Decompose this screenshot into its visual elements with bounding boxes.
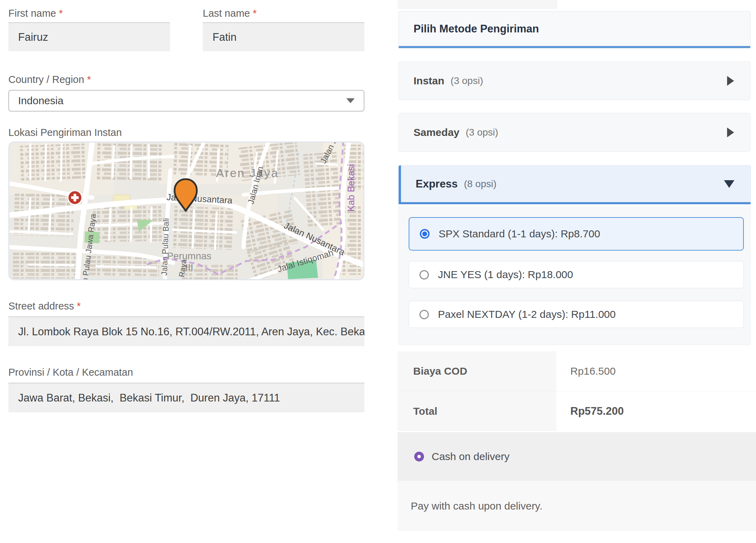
payment-method-row[interactable]: Cash on delivery xyxy=(398,432,756,481)
country-label-text: Country / Region xyxy=(8,74,84,85)
street-address-label-text: Street address xyxy=(8,300,74,312)
region-label-text: Provinsi / Kota / Kecamatan xyxy=(8,367,133,378)
payment-method-label: Cash on delivery xyxy=(432,451,509,462)
last-name-field[interactable]: Fatin xyxy=(203,22,364,51)
shipping-method-title: Pilih Metode Pengiriman xyxy=(414,23,539,35)
country-select[interactable]: Indonesia xyxy=(8,90,364,112)
map-section-label: Lokasi Pengiriman Instan xyxy=(8,127,122,138)
shipping-option-paxel[interactable]: Paxel NEXTDAY (1-2 days): Rp11.000 xyxy=(409,301,744,328)
hospital-marker-icon xyxy=(68,191,82,205)
last-name-label-text: Last name xyxy=(203,8,250,19)
country-label: Country / Region* xyxy=(8,74,91,85)
required-asterisk: * xyxy=(77,300,81,312)
radio-unselected-icon[interactable] xyxy=(419,270,429,280)
delivery-location-map[interactable]: Aren Jaya Jalan Irian Jalan Seg Kab Beka… xyxy=(8,142,364,280)
first-name-label: First name* xyxy=(8,8,63,19)
cod-fee-label: Biaya COD xyxy=(398,351,556,391)
last-name-value: Fatin xyxy=(213,31,237,44)
map-label-perumnas: Perumnas xyxy=(167,251,211,261)
first-name-label-text: First name xyxy=(8,8,56,19)
last-name-label: Last name* xyxy=(203,8,257,19)
group-express-name: Express xyxy=(416,178,458,190)
totals-row-total: Total Rp575.200 xyxy=(398,391,756,431)
region-field[interactable]: Jawa Barat, Bekasi, Bekasi Timur, Duren … xyxy=(8,383,364,412)
radio-selected-purple-icon[interactable] xyxy=(414,452,424,461)
shipping-option-jne-label: JNE YES (1 days): Rp18.000 xyxy=(438,269,573,281)
shipping-group-express[interactable]: Express (8 opsi) xyxy=(399,165,751,204)
chevron-down-icon xyxy=(346,98,355,103)
first-name-value: Fairuz xyxy=(18,31,48,44)
group-sameday-name: Sameday xyxy=(414,127,460,138)
street-address-value: Jl. Lombok Raya Blok 15 No.16, RT.004/RW… xyxy=(18,326,364,338)
street-address-field[interactable]: Jl. Lombok Raya Blok 15 No.16, RT.004/RW… xyxy=(8,316,364,346)
payment-description-text: Pay with cash upon delivery. xyxy=(411,500,542,512)
street-address-label: Street address* xyxy=(8,300,81,312)
group-instan-name: Instan xyxy=(414,75,444,87)
shipping-group-sameday[interactable]: Sameday (3 opsi) xyxy=(399,113,750,152)
region-label: Provinsi / Kota / Kecamatan xyxy=(8,367,133,378)
totals-row-cod: Biaya COD Rp16.500 xyxy=(398,351,756,391)
radio-selected-icon[interactable] xyxy=(420,229,430,239)
required-asterisk: * xyxy=(87,74,91,85)
region-value: Jawa Barat, Bekasi, Bekasi Timur, Duren … xyxy=(18,392,280,404)
shipping-option-spx[interactable]: SPX Standard (1-1 days): Rp8.700 xyxy=(409,217,744,251)
map-label-kab-bekasi: Kab Bekasi xyxy=(346,164,356,212)
chevron-down-icon xyxy=(724,180,734,188)
first-name-field[interactable]: Fairuz xyxy=(8,22,170,51)
express-options-container: SPX Standard (1-1 days): Rp8.700 JNE YES… xyxy=(399,206,750,345)
required-asterisk: * xyxy=(59,8,63,19)
total-value: Rp575.200 xyxy=(556,405,624,418)
required-asterisk: * xyxy=(253,8,256,19)
chevron-right-icon xyxy=(727,76,734,86)
map-section-label-text: Lokasi Pengiriman Instan xyxy=(8,127,122,138)
shipping-group-instan[interactable]: Instan (3 opsi) xyxy=(399,61,750,100)
shipping-option-jne[interactable]: JNE YES (1 days): Rp18.000 xyxy=(409,261,744,288)
map-canvas: Aren Jaya Jalan Irian Jalan Seg Kab Beka… xyxy=(9,143,363,279)
total-label: Total xyxy=(398,391,556,431)
order-totals: Biaya COD Rp16.500 Total Rp575.200 xyxy=(398,351,756,431)
group-instan-count: (3 opsi) xyxy=(450,75,483,86)
chevron-right-icon xyxy=(727,128,734,137)
group-sameday-count: (3 opsi) xyxy=(466,127,498,138)
radio-unselected-icon[interactable] xyxy=(419,310,429,319)
payment-description-box: Pay with cash upon delivery. xyxy=(398,481,756,531)
shipping-option-paxel-label: Paxel NEXTDAY (1-2 days): Rp11.000 xyxy=(438,308,616,320)
map-label-aren-jaya: Aren Jaya xyxy=(216,166,279,179)
shipping-option-spx-label: SPX Standard (1-1 days): Rp8.700 xyxy=(439,228,600,240)
shipping-method-header: Pilih Metode Pengiriman xyxy=(399,11,750,48)
group-express-count: (8 opsi) xyxy=(464,178,496,190)
country-selected-value: Indonesia xyxy=(18,95,63,107)
cod-fee-value: Rp16.500 xyxy=(556,365,616,377)
previous-section-remnant xyxy=(398,0,557,9)
